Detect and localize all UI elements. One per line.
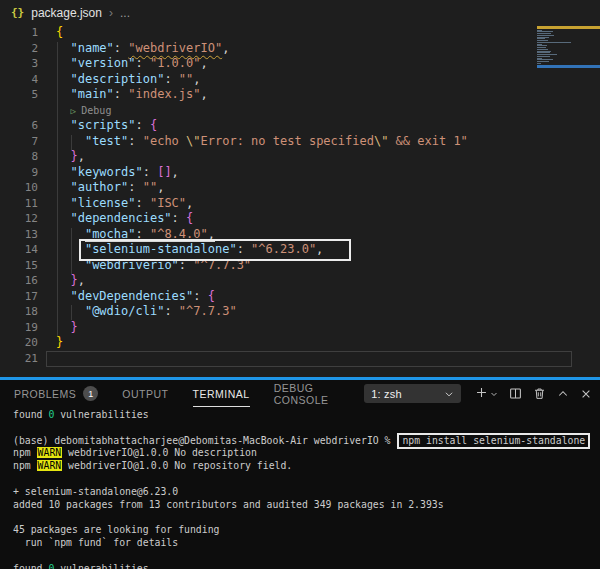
code-line-content: "test": "echo \"Error: no test specified… bbox=[38, 134, 468, 150]
terminal-line: found 0 vulnerabilities bbox=[13, 409, 600, 422]
code-line[interactable]: 18 "@wdio/cli": "^7.7.3" bbox=[0, 304, 600, 320]
indent-guide bbox=[71, 228, 72, 274]
code-line[interactable]: 3 "version": "1.0.0", bbox=[0, 56, 600, 72]
close-icon[interactable] bbox=[580, 388, 592, 400]
annotation-box-npm-install-command: npm install selenium-standalone bbox=[397, 433, 590, 449]
new-terminal-button[interactable] bbox=[475, 386, 498, 401]
line-number: 6 bbox=[10, 118, 38, 134]
code-line-content: "devDependencies": { bbox=[38, 289, 215, 305]
code-line[interactable]: 4 "description": "", bbox=[0, 72, 600, 88]
line-number: 7 bbox=[10, 134, 38, 150]
code-line[interactable]: 14 "selenium-standalone": "^6.23.0", bbox=[0, 242, 600, 258]
terminal-shell-dropdown-value: 1: zsh bbox=[371, 388, 402, 400]
tab-terminal-label: TERMINAL bbox=[193, 388, 250, 400]
code-line-content: "main": "index.js", bbox=[38, 87, 208, 103]
indent-guide bbox=[57, 42, 58, 336]
line-number: 18 bbox=[10, 304, 38, 320]
chevron-down-icon bbox=[444, 389, 454, 399]
line-number bbox=[10, 103, 38, 119]
code-line[interactable]: 11 "license": "ISC", bbox=[0, 196, 600, 212]
codelens-debug[interactable]: ▷ Debug bbox=[0, 103, 600, 119]
line-number: 12 bbox=[10, 211, 38, 227]
terminal-line: found 0 vulnerabilities bbox=[13, 563, 600, 569]
minimap-highlight-blue bbox=[537, 65, 600, 68]
code-line[interactable]: 16 }, bbox=[0, 273, 600, 289]
code-line[interactable]: 13 "mocha": "^8.4.0", bbox=[0, 227, 600, 243]
code-line-content: "name": "webdriverIO", bbox=[38, 41, 229, 57]
code-line[interactable]: 1{ bbox=[0, 25, 600, 41]
json-file-icon: {} bbox=[11, 6, 24, 19]
line-number: 10 bbox=[10, 180, 38, 196]
code-line-content: "license": "ISC", bbox=[38, 196, 193, 212]
code-line-content: "description": "", bbox=[38, 72, 201, 88]
code-line-content: "mocha": "^8.4.0", bbox=[38, 227, 215, 243]
plus-icon bbox=[475, 386, 488, 401]
code-line[interactable]: 6 "scripts": { bbox=[0, 118, 600, 134]
line-number: 16 bbox=[10, 273, 38, 289]
code-line[interactable]: 8 }, bbox=[0, 149, 600, 165]
minimap[interactable] bbox=[537, 26, 600, 64]
code-line[interactable]: 9 "keywords": [], bbox=[0, 165, 600, 181]
code-line[interactable]: 7 "test": "echo \"Error: no test specifi… bbox=[0, 134, 600, 150]
code-line-content: "keywords": [], bbox=[38, 165, 179, 181]
code-line-content: "scripts": { bbox=[38, 118, 157, 134]
code-line-content: "dependencies": { bbox=[38, 211, 193, 227]
code-line-content: "webdriverio": "^7.7.3" bbox=[38, 258, 251, 274]
tab-output-label: OUTPUT bbox=[122, 388, 168, 400]
minimap-code-line bbox=[537, 63, 541, 64]
breadcrumb-filename[interactable]: package.json bbox=[31, 6, 102, 20]
code-line[interactable]: 21 bbox=[0, 351, 600, 367]
tab-debug-console[interactable]: DEBUG CONSOLE bbox=[274, 382, 341, 406]
panel-header: PROBLEMS 1 OUTPUT TERMINAL DEBUG CONSOLE… bbox=[0, 380, 600, 407]
tab-output[interactable]: OUTPUT bbox=[122, 388, 168, 400]
tab-terminal[interactable]: TERMINAL bbox=[193, 388, 250, 400]
line-number: 20 bbox=[10, 335, 38, 351]
line-number: 2 bbox=[10, 41, 38, 57]
line-number: 14 bbox=[10, 242, 38, 258]
indent-guide bbox=[71, 135, 72, 150]
code-line-content: "version": "1.0.0", bbox=[38, 56, 208, 72]
terminal-line: run `npm fund` for details bbox=[13, 537, 600, 550]
line-number: 8 bbox=[10, 149, 38, 165]
terminal-line bbox=[13, 550, 600, 563]
terminal-line: added 10 packages from 13 contributors a… bbox=[13, 499, 600, 512]
code-editor[interactable]: 1{2 "name": "webdriverIO",3 "version": "… bbox=[0, 25, 600, 366]
terminal-output[interactable]: found 0 vulnerabilities(base) debomitabh… bbox=[13, 409, 600, 569]
code-line[interactable]: 10 "author": "", bbox=[0, 180, 600, 196]
code-line[interactable]: 17 "devDependencies": { bbox=[0, 289, 600, 305]
terminal-line: + selenium-standalone@6.23.0 bbox=[13, 486, 600, 499]
code-line-content: } bbox=[38, 335, 63, 351]
split-terminal-icon[interactable] bbox=[509, 387, 522, 400]
terminal-shell-dropdown[interactable]: 1: zsh bbox=[364, 384, 461, 403]
code-line-content: ▷ Debug bbox=[38, 103, 111, 119]
code-line-content bbox=[38, 351, 56, 367]
terminal-line: (base) debomitabhattacharjee@Debomitas-M… bbox=[13, 435, 600, 448]
minimap-code-line bbox=[537, 42, 571, 43]
terminal-line: 45 packages are looking for funding bbox=[13, 524, 600, 537]
code-line[interactable]: 12 "dependencies": { bbox=[0, 211, 600, 227]
code-line-content: { bbox=[38, 25, 63, 41]
chevron-up-icon[interactable] bbox=[557, 388, 569, 400]
code-line-content: "@wdio/cli": "^7.7.3" bbox=[38, 304, 237, 320]
code-line-content: }, bbox=[38, 149, 85, 165]
line-number: 1 bbox=[10, 25, 38, 41]
code-line-content: }, bbox=[38, 273, 85, 289]
problems-count-badge: 1 bbox=[83, 386, 98, 401]
code-line[interactable]: 2 "name": "webdriverIO", bbox=[0, 41, 600, 57]
tab-problems[interactable]: PROBLEMS 1 bbox=[14, 386, 98, 401]
line-number: 4 bbox=[10, 72, 38, 88]
tab-debug-console-label: DEBUG CONSOLE bbox=[274, 382, 341, 406]
breadcrumb-more[interactable]: ... bbox=[120, 6, 130, 20]
line-number: 11 bbox=[10, 196, 38, 212]
bottom-panel: PROBLEMS 1 OUTPUT TERMINAL DEBUG CONSOLE… bbox=[0, 377, 600, 569]
code-line[interactable]: 15 "webdriverio": "^7.7.3" bbox=[0, 258, 600, 274]
code-line[interactable]: 19 } bbox=[0, 320, 600, 336]
minimap-highlight-yellow bbox=[537, 26, 600, 29]
code-line[interactable]: 5 "main": "index.js", bbox=[0, 87, 600, 103]
trash-icon[interactable] bbox=[533, 387, 546, 400]
code-line[interactable]: 20} bbox=[0, 335, 600, 351]
breadcrumb[interactable]: {} package.json › ... bbox=[0, 0, 600, 25]
line-number: 5 bbox=[10, 87, 38, 103]
terminal-line bbox=[13, 473, 600, 486]
terminal-line: npm WARN webdriverIO@1.0.0 No descriptio… bbox=[13, 447, 600, 460]
